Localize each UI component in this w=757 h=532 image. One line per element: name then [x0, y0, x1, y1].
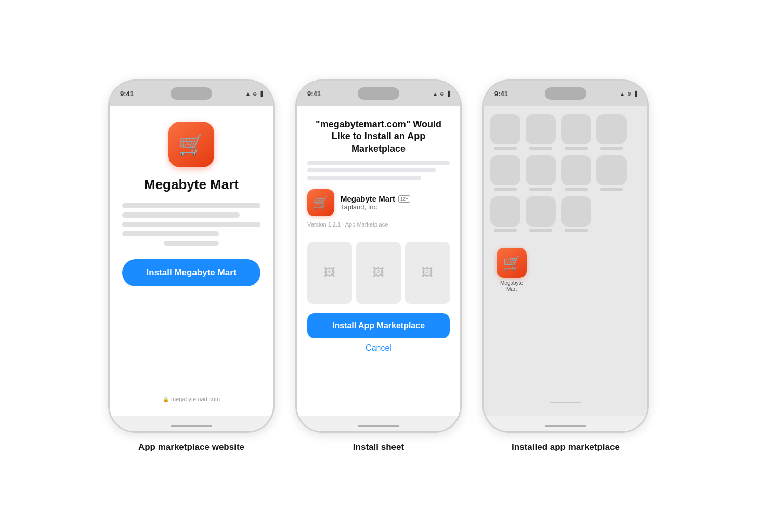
- grid-label-3: [565, 147, 588, 150]
- phone-2-wrapper: 9:41 ▲ ⊛ ▐ "megabytemart.com" Would Like…: [295, 79, 462, 453]
- battery-icon: ▐: [259, 91, 263, 97]
- image-icon-1: 🖼: [324, 266, 335, 280]
- image-icon-2: 🖼: [373, 266, 384, 280]
- grid-item-5: [490, 155, 520, 191]
- phone-2-status-icons: ▲ ⊛ ▐: [433, 91, 450, 97]
- grid-label-4: [600, 147, 623, 150]
- install-sheet: "megabytemart.com" Would Like to Install…: [297, 106, 460, 416]
- website-url: megabytemart.com: [171, 396, 220, 402]
- grid-label-6: [529, 188, 552, 191]
- basket-icon-installed: 🛒: [503, 255, 521, 272]
- sheet-ph-2: [307, 168, 436, 172]
- phone-2-status-bar: 9:41 ▲ ⊛ ▐: [297, 81, 460, 106]
- grid-icon-11: [561, 196, 591, 227]
- grid-icon-1: [490, 114, 520, 144]
- grid-icon-10: [526, 196, 556, 227]
- phone-2-frame: 9:41 ▲ ⊛ ▐ "megabytemart.com" Would Like…: [295, 79, 462, 433]
- phone-1-status-icons: ▲ ⊛ ▐: [245, 91, 263, 97]
- grid-item-7: [561, 155, 591, 191]
- divider-1: [307, 234, 450, 234]
- phone-3-status-bar: 9:41 ▲ ⊛ ▐: [484, 81, 647, 106]
- grid-icon-2: [526, 114, 556, 144]
- sheet-ph-3: [307, 176, 421, 180]
- grid-row-3: [490, 196, 641, 232]
- sheet-ph-1: [307, 161, 450, 165]
- sheet-app-info-row: 🛒 Megabyte Mart 12+ Tapland, Inc: [307, 187, 450, 218]
- phone-2-bottom-bar: [297, 416, 460, 431]
- installed-app-section: 🛒 Megabyte Mart: [490, 248, 527, 292]
- app-name-row: Megabyte Mart 12+: [341, 194, 410, 203]
- app-icon-large: 🛒: [168, 122, 214, 167]
- grid-label-5: [494, 188, 517, 191]
- version-info: Version 1.2.1 · App Marketplace: [307, 221, 450, 228]
- grid-label-10: [529, 229, 552, 232]
- phone-2-time: 9:41: [307, 90, 321, 98]
- phone-1-time: 9:41: [120, 90, 134, 98]
- phone-3-status-icons: ▲ ⊛ ▐: [620, 91, 637, 97]
- phone-3-bottom-bar: [484, 416, 647, 431]
- sheet-app-text: Megabyte Mart 12+ Tapland, Inc: [341, 194, 410, 211]
- grid-label-1: [494, 147, 517, 150]
- homescreen-grid: [490, 114, 641, 237]
- phone-3-time: 9:41: [494, 90, 508, 98]
- phone-2-label: Install sheet: [353, 442, 404, 453]
- home-indicator-1: [171, 425, 212, 427]
- grid-item-1: [490, 114, 520, 150]
- phone-1-wrapper: 9:41 ▲ ⊛ ▐ 🛒 Megabyte Mart: [108, 79, 275, 453]
- grid-item-11: [561, 196, 591, 232]
- phone-3-screen: 🛒 Megabyte Mart: [484, 106, 647, 416]
- phone-1-bottom-bar: [110, 416, 273, 431]
- screenshot-2: 🖼: [356, 242, 401, 304]
- grid-label-7: [565, 188, 588, 191]
- phone-3-frame: 9:41 ▲ ⊛ ▐: [482, 79, 649, 433]
- sheet-desc-lines: [307, 161, 450, 180]
- ph-line-1: [122, 203, 260, 208]
- grid-row-2: [490, 155, 641, 191]
- grid-label-2: [529, 147, 552, 150]
- image-icon-3: 🖼: [422, 266, 433, 280]
- ph-line-3: [122, 222, 260, 227]
- installed-app-label: Megabyte Mart: [500, 280, 523, 292]
- website-content-lines: [122, 203, 260, 246]
- basket-icon-large: 🛒: [178, 132, 204, 157]
- app-title: Megabyte Mart: [144, 177, 239, 193]
- grid-item-2: [526, 114, 556, 150]
- home-indicator-2: [358, 425, 399, 427]
- signal-icon-3: ▲: [620, 91, 625, 97]
- grid-icon-7: [561, 155, 591, 185]
- grid-item-10: [526, 196, 556, 232]
- ph-line-5: [164, 241, 219, 246]
- grid-icon-3: [561, 114, 591, 144]
- grid-icon-6: [526, 155, 556, 185]
- phone-1-label: App marketplace website: [138, 442, 244, 453]
- phone-1-status-bar: 9:41 ▲ ⊛ ▐: [110, 81, 273, 106]
- wifi-icon: ⊛: [253, 91, 257, 97]
- grid-row-1: [490, 114, 641, 150]
- phone-3-wrapper: 9:41 ▲ ⊛ ▐: [482, 79, 649, 453]
- installed-app-item[interactable]: 🛒 Megabyte Mart: [497, 248, 527, 292]
- ph-line-2: [122, 212, 240, 218]
- grid-item-4: [596, 114, 627, 150]
- grid-icon-5: [490, 155, 520, 185]
- phone-2-screen: "megabytemart.com" Would Like to Install…: [297, 106, 460, 416]
- install-megabytemart-button[interactable]: Install Megabyte Mart: [122, 259, 260, 286]
- signal-icon-2: ▲: [433, 91, 438, 97]
- dock-bar: [550, 402, 581, 403]
- signal-icon: ▲: [245, 91, 251, 97]
- screenshot-1: 🖼: [307, 242, 352, 304]
- screenshot-3: 🖼: [405, 242, 450, 304]
- install-marketplace-button[interactable]: Install App Marketplace: [307, 313, 450, 338]
- sheet-developer: Tapland, Inc: [341, 203, 410, 211]
- grid-label-8: [600, 188, 623, 191]
- lock-icon: 🔒: [163, 396, 169, 402]
- wifi-icon-2: ⊛: [440, 91, 444, 97]
- phone-1-frame: 9:41 ▲ ⊛ ▐ 🛒 Megabyte Mart: [108, 79, 275, 433]
- grid-label-9: [494, 229, 517, 232]
- grid-icon-8: [596, 155, 627, 185]
- grid-icon-9: [490, 196, 520, 227]
- grid-item-8: [596, 155, 627, 191]
- basket-icon-sheet: 🛒: [313, 195, 329, 210]
- grid-label-11: [565, 229, 588, 232]
- cancel-button[interactable]: Cancel: [307, 338, 450, 358]
- installed-app-icon: 🛒: [497, 248, 527, 278]
